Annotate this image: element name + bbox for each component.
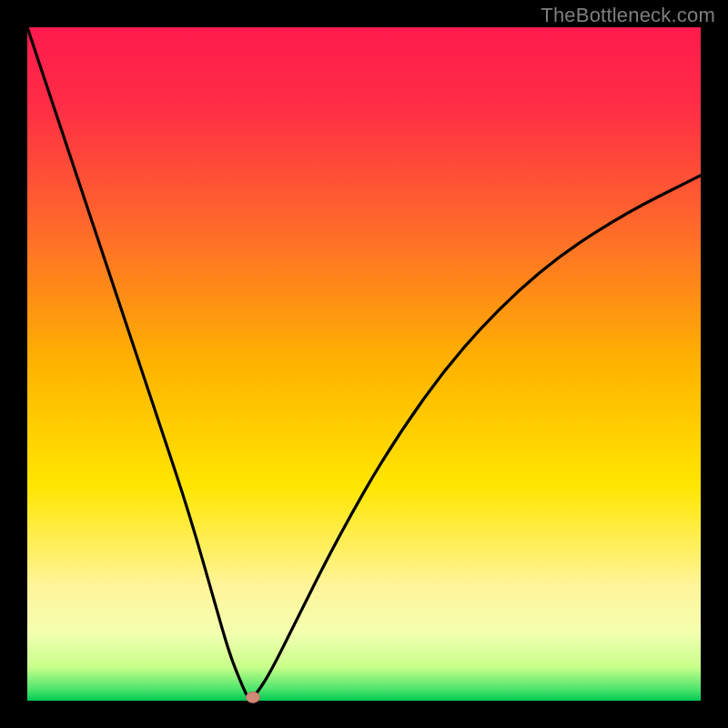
bottleneck-chart (0, 0, 728, 728)
optimal-point-marker (246, 692, 259, 703)
plot-background (27, 27, 701, 701)
watermark-text: TheBottleneck.com (541, 4, 715, 27)
chart-frame: TheBottleneck.com (0, 0, 728, 728)
